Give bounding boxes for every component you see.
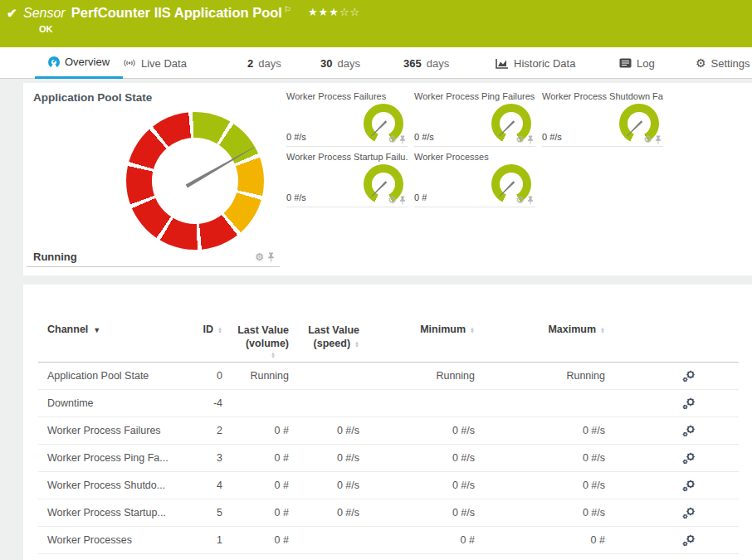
tab-30-days[interactable]: 30 days — [320, 47, 360, 79]
cell-minimum: 0 #/s — [359, 425, 475, 436]
mini-gauge-tile: Worker Process Shutdown Fa... 0 #/s ⚙ — [542, 91, 663, 147]
cell-maximum: Running — [475, 370, 605, 382]
edit-channel-gears-icon[interactable] — [681, 369, 696, 383]
mini-gauge-title: Worker Process Shutdown Fa... — [542, 91, 663, 101]
tile-pin-icon[interactable] — [527, 196, 534, 205]
tile-gear-icon[interactable]: ⚙ — [515, 134, 525, 144]
cell-id: 1 — [189, 534, 222, 546]
state-gauge-footer: Running ⚙ — [27, 247, 280, 267]
column-header-maximum[interactable]: Maximum▲▼ — [475, 324, 605, 335]
column-header-last-value-volume[interactable]: Last Value (volume) ▲▼ — [222, 324, 289, 358]
tab-live-data[interactable]: Live Data — [123, 47, 187, 79]
tab-2-days-number: 2 — [247, 57, 253, 70]
object-kind-label: Sensor — [23, 6, 66, 20]
tile-gear-icon[interactable]: ⚙ — [388, 195, 397, 205]
cell-channel: Worker Process Shutdo... — [38, 480, 189, 491]
settings-gear-icon: ⚙ — [696, 57, 706, 69]
cell-maximum: 0 #/s — [475, 507, 605, 519]
cell-last-value-volume: 0 # — [222, 480, 289, 491]
state-gauge-value: Running — [33, 251, 77, 263]
sensor-status-badge: OK — [39, 24, 53, 34]
gauge-needle — [185, 144, 256, 188]
sort-icon: ▲▼ — [354, 341, 359, 348]
column-header-last-value-speed[interactable]: Last Value (speed)▲▼ — [289, 324, 359, 350]
tab-overview[interactable]: Overview — [35, 47, 123, 79]
cell-last-value-volume: 0 # — [222, 534, 289, 546]
mini-gauge-needle — [498, 180, 515, 197]
edit-channel-gears-icon[interactable] — [681, 397, 696, 411]
cell-id: 3 — [189, 452, 222, 464]
cell-id: -4 — [189, 397, 222, 409]
cell-id: 4 — [189, 480, 222, 491]
cell-minimum: Running — [359, 370, 475, 382]
cell-id: 5 — [189, 507, 222, 519]
tab-historic-data-label: Historic Data — [514, 57, 575, 70]
tab-historic-data[interactable]: Historic Data — [496, 47, 575, 79]
tab-log-label: Log — [637, 57, 655, 70]
column-header-minimum[interactable]: Minimum▲▼ — [359, 324, 475, 335]
sort-icon: ▲▼ — [600, 327, 605, 334]
overview-panel: Application Pool State Running ⚙ Worker … — [23, 83, 752, 275]
sort-desc-icon: ▼ — [93, 326, 100, 334]
mini-gauge-needle — [370, 180, 388, 197]
cell-channel: Worker Process Startup... — [38, 507, 189, 519]
mini-gauge-value: 0 #/s — [286, 192, 306, 202]
table-row: Worker Process Shutdo... 4 0 # 0 #/s 0 #… — [38, 472, 739, 499]
cell-last-value-volume: Running — [222, 370, 289, 382]
table-row: Worker Processes 1 0 # 0 # 0 # — [38, 527, 739, 554]
tab-365-days[interactable]: 365 days — [403, 47, 449, 79]
table-row: Worker Process Failures 2 0 # 0 #/s 0 #/… — [38, 417, 739, 445]
cell-last-value-speed: 0 #/s — [289, 425, 359, 436]
edit-channel-gears-icon[interactable] — [681, 424, 696, 438]
tab-live-data-label: Live Data — [141, 57, 187, 70]
tile-gear-icon[interactable]: ⚙ — [515, 195, 525, 205]
mini-gauge-value: 0 #/s — [542, 132, 562, 142]
cell-minimum: 0 # — [359, 534, 475, 546]
column-header-id[interactable]: ID▲▼ — [189, 324, 222, 335]
cell-channel: Application Pool State — [38, 370, 189, 382]
application-pool-state-gauge — [126, 112, 264, 250]
tab-2-days[interactable]: 2 days — [247, 47, 281, 79]
flag-icon[interactable]: ⚐ — [284, 5, 291, 14]
priority-stars[interactable]: ★★★☆☆ — [308, 6, 360, 18]
tab-log[interactable]: Log — [619, 47, 655, 79]
cell-maximum: 0 # — [475, 534, 605, 546]
mini-gauge-value: 0 # — [414, 192, 427, 202]
edit-channel-gears-icon[interactable] — [681, 479, 696, 493]
table-row: Worker Process Ping Fa... 3 0 # 0 #/s 0 … — [38, 445, 739, 472]
tab-30-days-number: 30 — [320, 57, 332, 70]
cell-last-value-speed: 0 #/s — [289, 507, 359, 519]
tile-pin-icon[interactable] — [655, 135, 662, 144]
mini-gauge-title: Worker Process Startup Failu... — [286, 152, 408, 162]
gauge-pin-icon[interactable] — [267, 252, 275, 262]
edit-channel-gears-icon[interactable] — [681, 451, 696, 465]
tile-pin-icon[interactable] — [399, 135, 406, 144]
cell-last-value-volume: 0 # — [222, 425, 289, 436]
cell-channel: Worker Process Ping Fa... — [38, 452, 189, 464]
cell-id: 2 — [189, 425, 222, 436]
cell-last-value-speed: 0 #/s — [289, 480, 359, 491]
mini-gauge-title: Worker Process Failures — [286, 91, 408, 101]
table-row: Downtime -4 — [38, 390, 739, 417]
live-data-icon — [123, 58, 136, 68]
cell-last-value-speed: 0 #/s — [289, 452, 359, 464]
tab-bar: Overview Live Data 2 days 30 days 365 da… — [0, 47, 752, 79]
cell-id: 0 — [189, 370, 222, 382]
tile-pin-icon[interactable] — [527, 135, 534, 144]
edit-channel-gears-icon[interactable] — [681, 533, 696, 548]
mini-gauge-tile: Worker Process Startup Failu... 0 #/s ⚙ — [286, 152, 408, 207]
gauge-gear-icon[interactable]: ⚙ — [255, 252, 264, 262]
tab-settings[interactable]: ⚙ Settings — [696, 47, 750, 79]
column-header-channel[interactable]: Channel▼ — [38, 324, 189, 335]
cell-minimum: 0 #/s — [359, 480, 475, 491]
tab-365-days-number: 365 — [403, 57, 422, 70]
tab-365-days-label: days — [427, 57, 449, 70]
table-row: Application Pool State 0 Running Running… — [38, 363, 739, 390]
tab-2-days-label: days — [258, 57, 281, 70]
tile-gear-icon[interactable]: ⚙ — [643, 134, 652, 144]
tile-gear-icon[interactable]: ⚙ — [388, 134, 397, 144]
mini-gauge-title: Worker Process Ping Failures — [414, 91, 535, 101]
cell-channel: Worker Process Failures — [38, 425, 189, 436]
edit-channel-gears-icon[interactable] — [681, 506, 696, 520]
tile-pin-icon[interactable] — [399, 196, 406, 205]
